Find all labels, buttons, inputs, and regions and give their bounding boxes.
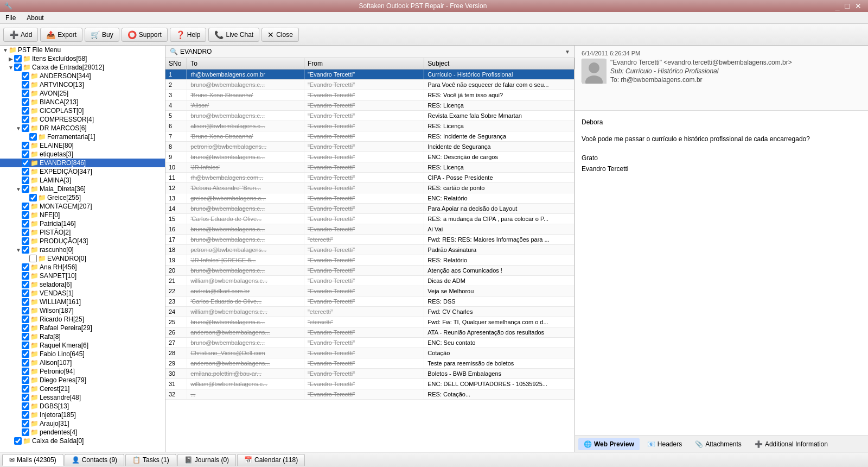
sidebar-item-rafa[interactable]: 📁Rafa[8]	[0, 332, 165, 341]
menu-about[interactable]: About	[23, 13, 47, 23]
sidebar-item-etiquetas[interactable]: 📁etiquetas[3]	[0, 150, 165, 159]
sidebar-item-patricia[interactable]: 📁Patricia[146]	[0, 219, 165, 228]
table-row[interactable]: 12 'Debora Alexandre' 'Brun... "Evandro …	[165, 183, 575, 193]
folder-checkbox[interactable]	[22, 159, 29, 167]
folder-checkbox[interactable]	[22, 428, 29, 436]
table-row[interactable]: 2 bruno@bwbembalagens.c... "Evandro Terc…	[165, 80, 575, 90]
table-row[interactable]: 4 'Alison' "Evandro Tercetti" RES: Licen…	[165, 100, 575, 111]
sidebar-item-rascunho[interactable]: ▼📁rascunho[0]	[0, 245, 165, 254]
table-row[interactable]: 29 anderson@bwbembalagens... "Evandro Te…	[165, 358, 575, 369]
sidebar-item-petronio[interactable]: 📁Petronio[94]	[0, 367, 165, 376]
expand-icon[interactable]: ▼	[8, 65, 14, 71]
table-row[interactable]: 14 bruno@bwbembalagens.c... "Evandro Ter…	[165, 204, 575, 214]
folder-checkbox[interactable]	[22, 263, 29, 271]
preview-tab-headers[interactable]: 📧Headers	[642, 438, 687, 450]
folder-checkbox[interactable]	[22, 81, 29, 89]
folder-checkbox[interactable]	[22, 150, 29, 158]
menu-file[interactable]: File	[2, 13, 19, 23]
folder-checkbox[interactable]	[29, 255, 37, 262]
table-row[interactable]: 27 bruno@bwbembalagens.c... "Evandro Ter…	[165, 338, 575, 348]
folder-checkbox[interactable]	[22, 333, 29, 340]
maximize-button[interactable]: □	[843, 2, 852, 10]
folder-checkbox[interactable]	[22, 237, 29, 245]
folder-checkbox[interactable]	[22, 142, 29, 149]
folder-checkbox[interactable]	[14, 55, 22, 62]
folder-checkbox[interactable]	[22, 385, 29, 393]
sidebar-item-ferramentaria[interactable]: 📁Ferramentaria[1]	[0, 132, 165, 141]
table-row[interactable]: 19 'JR-Infoles' [GREICE 8... "Evandro Te…	[165, 255, 575, 266]
table-row[interactable]: 3 'Bruno Xeno Stracanha' "Evandro Tercet…	[165, 90, 575, 100]
folder-checkbox[interactable]	[22, 420, 29, 427]
table-row[interactable]: 6 alison@bwbembalagens.c... "Evandro Ter…	[165, 121, 575, 131]
table-row[interactable]: 26 anderson@bwbembalagens... "Evandro Te…	[165, 327, 575, 338]
sidebar-item-ricardo-rh[interactable]: 📁Ricardo RH[25]	[0, 315, 165, 324]
expand-icon[interactable]: ▶	[8, 56, 14, 62]
bottom-tab-journals[interactable]: 📓Journals (0)	[177, 454, 236, 466]
export-button[interactable]: 📤 Export	[40, 28, 82, 42]
table-row[interactable]: 22 andreia@dkart.com.br "Evandro Tercett…	[165, 286, 575, 296]
expand-icon[interactable]: ▼	[15, 125, 22, 131]
sidebar-item-rafael[interactable]: 📁Rafael Pereira[29]	[0, 324, 165, 332]
folder-checkbox[interactable]	[22, 229, 29, 236]
sidebar-item-wilson[interactable]: 📁Wilson[187]	[0, 306, 165, 315]
table-row[interactable]: 1 rh@bwbembalagens.com.br "Evandro Terce…	[165, 70, 575, 80]
sidebar-item-producao[interactable]: 📁PRODUÇÃO[43]	[0, 237, 165, 245]
folder-checkbox[interactable]	[22, 98, 29, 106]
sidebar-item-itens-excluidos[interactable]: ▶📁Itens Excluídos[58]	[0, 54, 165, 63]
folder-checkbox[interactable]	[22, 307, 29, 314]
sidebar-item-injetora[interactable]: 📁Injetora[185]	[0, 411, 165, 419]
sidebar-item-bianca[interactable]: 📁BIANCA[213]	[0, 98, 165, 106]
folder-checkbox[interactable]	[22, 324, 29, 332]
sidebar-item-artvinco[interactable]: 📁ARTVINCO[13]	[0, 80, 165, 89]
sidebar-item-cicoplast[interactable]: 📁CICOPLAST[0]	[0, 106, 165, 115]
folder-checkbox[interactable]	[22, 107, 29, 115]
sidebar-item-pistao[interactable]: 📁PISTÃO[2]	[0, 228, 165, 237]
table-row[interactable]: 13 greice@bwbembalagens.c... "Evandro Te…	[165, 193, 575, 204]
table-row[interactable]: 28 Christiano_Vieira@Dell.com "Evandro T…	[165, 348, 575, 358]
folder-checkbox[interactable]	[22, 211, 29, 219]
folder-checkbox[interactable]	[22, 272, 29, 280]
preview-tab-web-preview[interactable]: 🌐Web Preview	[578, 438, 640, 450]
sidebar-item-mala-direta[interactable]: ▼📁Mala_Direta[36]	[0, 185, 165, 193]
table-row[interactable]: 9 bruno@bwbembalagens.c... "Evandro Terc…	[165, 152, 575, 162]
close-button[interactable]: ✕ Close	[261, 28, 299, 42]
folder-checkbox[interactable]	[22, 185, 29, 193]
sidebar-item-evandro[interactable]: 📁EVANDRO[846]	[0, 159, 165, 167]
sidebar-item-caixa-entrada[interactable]: ▼📁Caixa de Entrada[28012]	[0, 63, 165, 72]
folder-checkbox[interactable]	[22, 298, 29, 306]
folder-checkbox[interactable]	[22, 368, 29, 375]
table-row[interactable]: 10 'JR-Infoles' "Evandro Tercetti" RES: …	[165, 162, 575, 173]
table-row[interactable]: 25 bruno@bwbembalagens.c... "etercetti" …	[165, 317, 575, 327]
sidebar-item-vendas[interactable]: 📁VENDAS[1]	[0, 289, 165, 298]
folder-checkbox[interactable]	[22, 203, 29, 210]
folder-checkbox[interactable]	[22, 359, 29, 367]
expand-icon[interactable]: ▼	[15, 186, 22, 192]
tree-root[interactable]: ▼ 📁 PST File Menu	[0, 46, 165, 54]
sidebar-item-nfe[interactable]: 📁NFE[0]	[0, 211, 165, 219]
table-row[interactable]: 30 emilana.polettini@bau-ar... "Evandro …	[165, 369, 575, 379]
folder-checkbox[interactable]	[22, 72, 29, 80]
folder-checkbox[interactable]	[22, 402, 29, 410]
folder-checkbox[interactable]	[22, 116, 29, 123]
folder-checkbox[interactable]	[29, 194, 37, 201]
close-window-button[interactable]: ✕	[853, 2, 864, 10]
bottom-tab-calendar[interactable]: 📅Calendar (118)	[237, 454, 305, 466]
folder-checkbox[interactable]	[22, 90, 29, 97]
folder-checkbox[interactable]	[22, 376, 29, 384]
folder-checkbox[interactable]	[22, 342, 29, 349]
search-dropdown[interactable]: ▼	[565, 49, 570, 55]
folder-checkbox[interactable]	[22, 168, 29, 175]
table-row[interactable]: 32 ... "Evandro Tercetti" RES: Cotação..…	[165, 389, 575, 400]
sidebar-item-ana-rh[interactable]: 📁Ana RH[456]	[0, 263, 165, 272]
table-row[interactable]: 17 bruno@bwbembalagens.c... "etercetti" …	[165, 235, 575, 245]
table-row[interactable]: 18 petronio@bwbembalagens... "Evandro Te…	[165, 245, 575, 255]
table-row[interactable]: 24 william@bwbembalagens.c... "etercetti…	[165, 307, 575, 317]
table-row[interactable]: 21 william@bwbembalagens.c... "Evandro T…	[165, 276, 575, 286]
table-row[interactable]: 11 rh@bwbembalagens.com... "Evandro Terc…	[165, 173, 575, 183]
folder-checkbox[interactable]	[22, 394, 29, 401]
search-input[interactable]	[180, 48, 563, 55]
folder-checkbox[interactable]	[22, 350, 29, 358]
preview-tab-additional[interactable]: ➕Additional Information	[749, 438, 833, 450]
sidebar-item-evandro-rasc[interactable]: 📁EVANDRO[0]	[0, 254, 165, 263]
sidebar-item-pendentes[interactable]: 📁pendentes[4]	[0, 428, 165, 437]
